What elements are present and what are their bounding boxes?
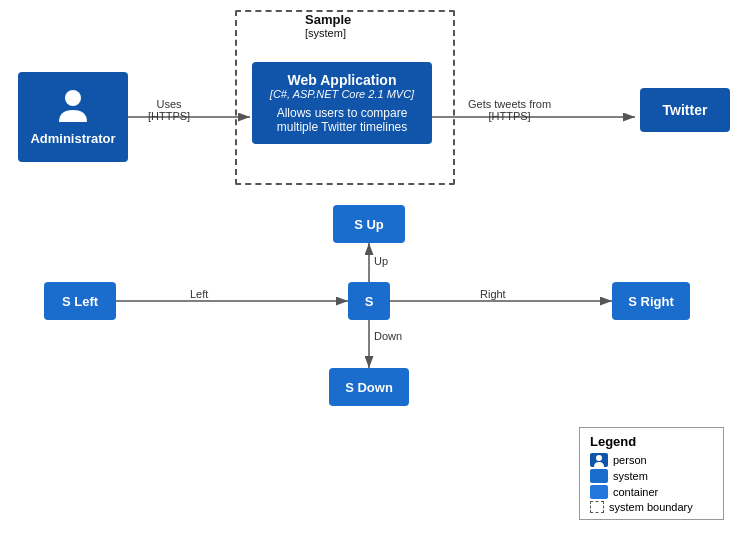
nav-right-box: S Right: [612, 282, 690, 320]
right-label: Right: [480, 288, 506, 300]
legend-boundary-item: system boundary: [590, 501, 713, 513]
sample-label: Sample: [305, 12, 351, 27]
nav-down-box: S Down: [329, 368, 409, 406]
legend-container-swatch: [590, 485, 608, 499]
nav-up-box: S Up: [333, 205, 405, 243]
twitter-box: Twitter: [640, 88, 730, 132]
legend-container-item: container: [590, 485, 713, 499]
nav-left-box: S Left: [44, 282, 116, 320]
sample-sublabel: [system]: [305, 27, 346, 39]
administrator-label: Administrator: [30, 131, 115, 146]
nav-right-label: S Right: [628, 294, 674, 309]
twitter-label: Twitter: [663, 102, 708, 118]
down-label: Down: [374, 330, 402, 342]
legend-boundary-label: system boundary: [609, 501, 693, 513]
diagram-container: Sample [system] Administrator Web Applic…: [0, 0, 734, 540]
web-app-desc: Allows users to compare multiple Twitter…: [264, 106, 420, 134]
uses-label: Uses [HTTPS]: [148, 98, 190, 122]
web-application-box: Web Application [C#, ASP.NET Core 2.1 MV…: [252, 62, 432, 144]
left-label: Left: [190, 288, 208, 300]
legend-person-swatch: [590, 453, 608, 467]
legend-system-label: system: [613, 470, 648, 482]
web-app-title: Web Application: [288, 72, 397, 88]
legend-container-label: container: [613, 486, 658, 498]
gets-tweets-label: Gets tweets from [HTTPS]: [468, 98, 551, 122]
nav-left-label: S Left: [62, 294, 98, 309]
up-label: Up: [374, 255, 388, 267]
person-icon: [57, 88, 89, 129]
legend-boundary-swatch: [590, 501, 604, 513]
legend-title: Legend: [590, 434, 713, 449]
svg-point-8: [596, 455, 602, 461]
nav-center-box: S: [348, 282, 390, 320]
web-app-subtitle: [C#, ASP.NET Core 2.1 MVC]: [270, 88, 414, 100]
nav-center-label: S: [365, 294, 374, 309]
legend-person-label: person: [613, 454, 647, 466]
legend-system-item: system: [590, 469, 713, 483]
nav-down-label: S Down: [345, 380, 393, 395]
administrator-box: Administrator: [18, 72, 128, 162]
svg-point-0: [65, 90, 81, 106]
legend: Legend person system container system bo…: [579, 427, 724, 520]
legend-system-swatch: [590, 469, 608, 483]
legend-person-item: person: [590, 453, 713, 467]
nav-up-label: S Up: [354, 217, 384, 232]
